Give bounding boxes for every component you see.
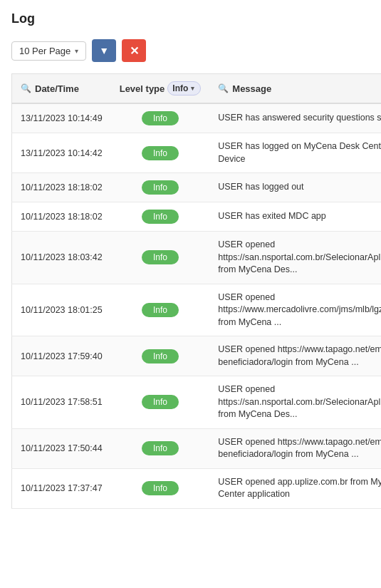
cell-datetime: 10/11/2023 17:59:40: [12, 336, 111, 376]
info-badge: Info: [142, 210, 179, 224]
chevron-down-icon: ▾: [75, 47, 78, 55]
cell-message: USER has logged out: [209, 173, 381, 202]
cell-message: USER opened app.uplize.com.br from MyCen…: [209, 468, 381, 508]
cell-message: USER opened https://www.tapago.net/empre…: [209, 336, 381, 376]
info-badge: Info: [142, 349, 179, 363]
cell-level: Info: [111, 376, 210, 429]
cell-message: USER has answered security questions suc…: [209, 103, 381, 133]
table-row: 13/11/2023 10:14:42InfoUSER has logged o…: [12, 133, 382, 173]
table-row: 13/11/2023 10:14:49InfoUSER has answered…: [12, 103, 382, 133]
cell-datetime: 10/11/2023 18:01:25: [12, 284, 111, 336]
cell-datetime: 13/11/2023 10:14:42: [12, 133, 111, 173]
toolbar: 10 Per Page ▾ ▼ ✕: [11, 39, 370, 62]
col-header-datetime: 🔍 Date/Time: [12, 74, 111, 104]
info-badge: Info: [142, 395, 179, 409]
per-page-dropdown[interactable]: 10 Per Page ▾: [11, 41, 86, 61]
cell-level: Info: [111, 428, 210, 468]
col-header-message: 🔍 Message: [209, 74, 381, 104]
cell-datetime: 10/11/2023 18:03:42: [12, 232, 111, 284]
info-badge: Info: [142, 180, 179, 195]
cell-level: Info: [111, 232, 210, 284]
cell-level: Info: [111, 336, 210, 376]
search-icon-msg: 🔍: [218, 83, 229, 93]
level-filter-badge[interactable]: Info ▾: [167, 81, 201, 96]
info-badge: Info: [142, 146, 179, 160]
info-badge: Info: [142, 441, 179, 455]
col-datetime-label: Date/Time: [35, 83, 79, 94]
info-badge: Info: [142, 111, 179, 125]
clear-icon: ✕: [130, 44, 139, 58]
info-badge: Info: [142, 481, 179, 495]
table-header-row: 🔍 Date/Time Level type Info ▾: [12, 74, 382, 104]
info-badge: Info: [142, 303, 179, 317]
table-row: 10/11/2023 17:59:40InfoUSER opened https…: [12, 336, 382, 376]
clear-filter-button[interactable]: ✕: [122, 39, 146, 62]
cell-level: Info: [111, 133, 210, 173]
cell-datetime: 10/11/2023 17:50:44: [12, 428, 111, 468]
cell-message: USER opened https://www.mercadolivre.com…: [209, 284, 381, 336]
per-page-label: 10 Per Page: [19, 46, 71, 56]
cell-message: USER opened https://san.nsportal.com.br/…: [209, 376, 381, 429]
table-body: 13/11/2023 10:14:49InfoUSER has answered…: [12, 103, 382, 508]
cell-message: USER opened https://san.nsportal.com.br/…: [209, 232, 381, 284]
cell-datetime: 13/11/2023 10:14:49: [12, 103, 111, 133]
table-row: 10/11/2023 18:18:02InfoUSER has logged o…: [12, 173, 382, 202]
cell-message: USER has logged on MyCena Desk Center on…: [209, 133, 381, 173]
cell-message: USER has exited MDC app: [209, 202, 381, 232]
filter-icon: ▼: [99, 45, 109, 56]
cell-datetime: 10/11/2023 17:37:47: [12, 468, 111, 508]
cell-level: Info: [111, 202, 210, 232]
col-message-label: Message: [232, 83, 271, 94]
table-row: 10/11/2023 18:18:02InfoUSER has exited M…: [12, 202, 382, 232]
table-row: 10/11/2023 18:03:42InfoUSER opened https…: [12, 232, 382, 284]
col-header-level: Level type Info ▾: [111, 74, 210, 104]
cell-level: Info: [111, 173, 210, 202]
cell-level: Info: [111, 468, 210, 508]
log-table: 🔍 Date/Time Level type Info ▾: [11, 73, 381, 509]
page-container: Log 10 Per Page ▾ ▼ ✕ 🔍 Date/Time: [0, 0, 381, 520]
filter-chevron-icon: ▾: [191, 85, 194, 92]
level-filter-value: Info: [172, 83, 188, 93]
table-row: 10/11/2023 17:37:47InfoUSER opened app.u…: [12, 468, 382, 508]
col-level-label: Level type: [120, 83, 165, 94]
table-row: 10/11/2023 17:58:51InfoUSER opened https…: [12, 376, 382, 429]
search-icon: 🔍: [21, 83, 31, 93]
page-title: Log: [11, 11, 370, 26]
info-badge: Info: [142, 250, 179, 264]
cell-level: Info: [111, 284, 210, 336]
cell-datetime: 10/11/2023 18:18:02: [12, 202, 111, 232]
table-row: 10/11/2023 17:50:44InfoUSER opened https…: [12, 428, 382, 468]
cell-datetime: 10/11/2023 18:18:02: [12, 173, 111, 202]
cell-message: USER opened https://www.tapago.net/empre…: [209, 428, 381, 468]
cell-level: Info: [111, 103, 210, 133]
cell-datetime: 10/11/2023 17:58:51: [12, 376, 111, 429]
filter-button[interactable]: ▼: [92, 39, 116, 62]
table-row: 10/11/2023 18:01:25InfoUSER opened https…: [12, 284, 382, 336]
